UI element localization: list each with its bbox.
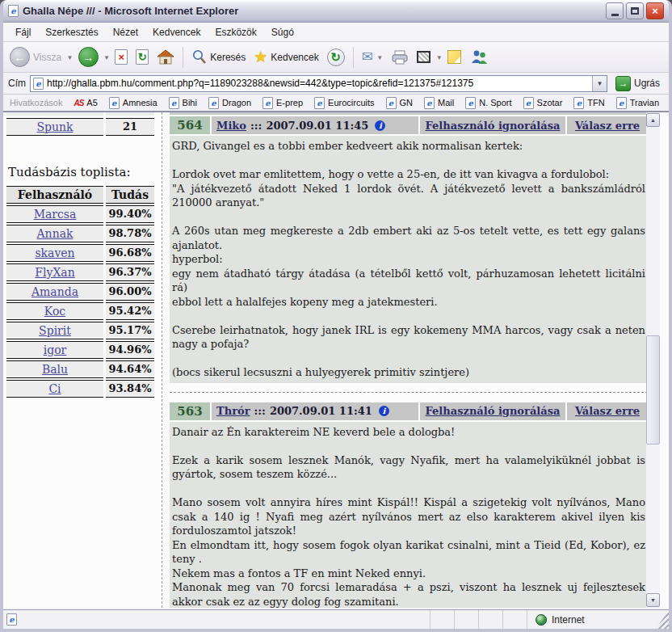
toplist-title: Tudásbázis toplista: <box>8 165 157 179</box>
user-link[interactable]: Amanda <box>32 285 78 298</box>
post-divider <box>170 392 648 393</box>
search-button[interactable]: Keresés <box>188 48 249 66</box>
edit-dropdown[interactable]: ▾ <box>435 53 443 61</box>
toplist-rows: Marcsa 99.40% Annak 98.78% skaven 96.68% <box>6 205 157 398</box>
close-button[interactable]: × <box>646 2 664 19</box>
edit-icon <box>417 51 430 63</box>
links-bar-item[interactable]: e Amnesia <box>109 97 158 109</box>
info-icon[interactable]: i <box>375 120 385 131</box>
address-dropdown-button[interactable]: ▾ <box>592 76 607 91</box>
refresh-button[interactable]: ↻ <box>132 48 152 66</box>
status-panel <box>430 610 454 629</box>
print-button[interactable] <box>388 48 412 66</box>
info-icon[interactable]: i <box>379 406 389 416</box>
history-button[interactable]: ↻ <box>324 47 348 68</box>
links-bar-item[interactable]: e E-prep <box>262 97 303 109</box>
edit-button[interactable] <box>414 49 434 65</box>
table-row: Ci 93.84% <box>6 380 157 398</box>
maximize-button[interactable] <box>626 2 644 19</box>
resize-grip[interactable] <box>656 610 669 629</box>
column-header-user: Felhasználó <box>6 186 103 204</box>
zone-label: Internet <box>552 614 585 626</box>
stop-icon: × <box>115 49 128 65</box>
user-link[interactable]: Spunk <box>36 120 73 133</box>
stop-button[interactable]: × <box>111 48 131 66</box>
links-bar-item[interactable]: e Eurocircuits <box>314 97 374 109</box>
links-bar-item[interactable]: e Bihi <box>169 97 197 109</box>
author-link[interactable]: Thrór <box>216 405 250 417</box>
messenger-button[interactable] <box>466 48 492 66</box>
links-bar-item[interactable]: e N. Sport <box>465 97 511 109</box>
favorites-button[interactable]: ★ Kedvencek <box>250 48 321 66</box>
toolbar-separator <box>353 47 354 68</box>
ie-favicon-icon: e <box>169 97 179 109</box>
scroll-up-button[interactable]: ▲ <box>646 113 660 127</box>
menu-item[interactable]: Kedvencek <box>145 24 208 40</box>
ie-favicon-icon: e <box>523 97 534 109</box>
knowledge-value: 96.68% <box>106 244 154 262</box>
links-bar-item[interactable]: e Dragon <box>208 97 251 109</box>
close-icon: × <box>652 5 658 17</box>
ignore-user-link[interactable]: Felhasználó ignorálása <box>426 120 561 132</box>
minimize-button[interactable] <box>606 2 624 19</box>
user-link[interactable]: Ci <box>48 382 61 395</box>
user-link[interactable]: Marcsa <box>34 208 77 221</box>
links-bar-item[interactable]: e TFN <box>573 97 604 109</box>
user-link[interactable]: skaven <box>35 246 74 259</box>
user-link[interactable]: Spirit <box>39 324 71 337</box>
table-row: Koc 95.42% <box>6 302 157 320</box>
table-row-partial <box>6 112 157 116</box>
status-panel <box>454 610 478 629</box>
mail-button[interactable]: ✉ ▾ <box>359 48 387 65</box>
back-button[interactable]: ← Vissza <box>6 45 65 69</box>
user-link[interactable]: Balu <box>42 363 68 376</box>
clipped-previous-post <box>170 112 648 115</box>
author-link[interactable]: Miko <box>216 120 246 132</box>
status-panel <box>478 610 502 629</box>
ie-favicon-icon: e <box>465 97 476 109</box>
discuss-button[interactable] <box>444 48 464 65</box>
scrollbar-thumb[interactable] <box>646 335 660 445</box>
vertical-scrollbar[interactable]: ▲ ▼ <box>646 112 660 608</box>
ignore-user-link[interactable]: Felhasználó ignorálása <box>426 405 561 417</box>
links-bar-item[interactable]: e Travian <box>616 97 659 109</box>
table-row: Annak 98.78% <box>6 225 157 242</box>
knowledge-value: 96.00% <box>106 283 154 301</box>
menu-bar: FájlSzerkesztésNézetKedvencekEszközökSúg… <box>3 23 669 42</box>
links-bar-item[interactable]: e Mail <box>424 97 454 109</box>
link-label: Bihi <box>183 98 197 107</box>
links-bar-item[interactable]: e GN <box>386 97 414 109</box>
menu-item[interactable]: Eszközök <box>208 24 263 40</box>
address-input[interactable]: e http://ghalla.pbm.hu/comment.php?q=118… <box>30 75 607 92</box>
sidebar: Spunk 21 Tudásbázis toplista: Felhasznál… <box>6 112 157 399</box>
forward-button[interactable]: → <box>75 45 102 69</box>
home-button[interactable] <box>153 48 178 66</box>
links-bar-item-a5[interactable]: AS A5 <box>74 98 97 107</box>
menu-item[interactable]: Súgó <box>264 24 301 40</box>
table-row: skaven 96.68% <box>6 244 157 262</box>
links-bar-item[interactable]: e Szotar <box>523 97 563 109</box>
reply-link[interactable]: Válasz erre <box>575 405 640 417</box>
forward-dropdown[interactable]: ▾ <box>103 53 111 61</box>
menu-item[interactable]: Szerkesztés <box>38 24 105 40</box>
go-button[interactable]: → Ugrás <box>611 75 664 92</box>
back-dropdown[interactable]: ▾ <box>66 53 74 61</box>
user-link[interactable]: Annak <box>37 227 74 240</box>
post-datetime: 2007.09.01 11:41 <box>270 405 372 417</box>
messenger-people-icon <box>469 49 489 65</box>
reply-link[interactable]: Válasz erre <box>575 120 640 132</box>
ie-favicon-icon: e <box>109 97 120 109</box>
user-link[interactable]: FlyXan <box>35 266 74 279</box>
menu-item[interactable]: Nézet <box>106 24 145 40</box>
title-bar: e Ghalla Népe /// - Microsoft Internet E… <box>3 0 669 23</box>
ie-favicon-icon: e <box>262 97 273 109</box>
browser-window: e Ghalla Népe /// - Microsoft Internet E… <box>0 0 672 632</box>
user-link[interactable]: igor <box>44 343 67 356</box>
user-link[interactable]: Koc <box>44 305 65 318</box>
table-row-spunk: Spunk 21 <box>6 118 157 136</box>
post-datetime: 2007.09.01 11:45 <box>266 120 368 132</box>
forum-posts: 564 Miko ::: 2007.09.01 11:45 i Felhaszn… <box>170 112 648 608</box>
menu-item[interactable]: Fájl <box>8 24 38 40</box>
refresh-icon: ↻ <box>136 49 149 65</box>
scroll-down-button[interactable]: ▼ <box>646 593 660 607</box>
